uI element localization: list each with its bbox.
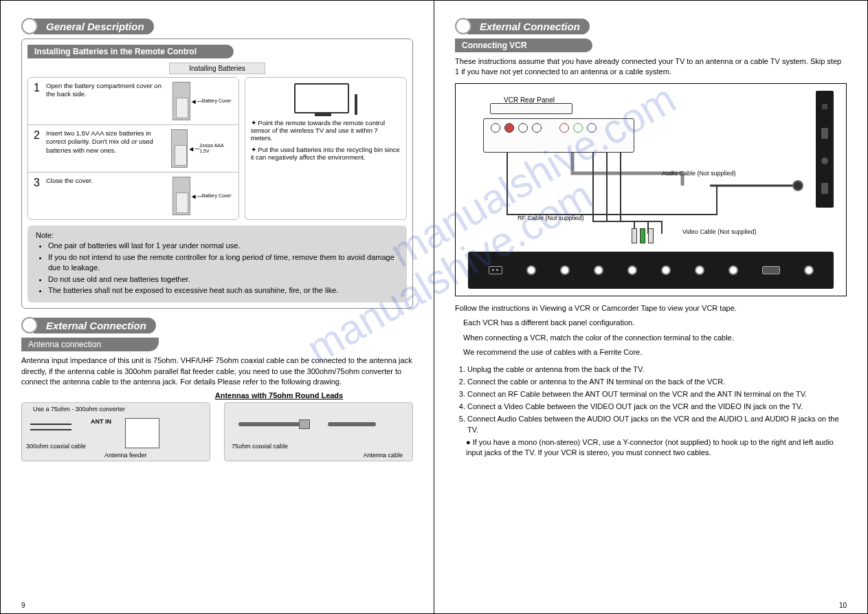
tip-text: ✦ Put the used batteries into the recycl…: [251, 146, 401, 161]
step-row: 3 Close the cover. ◄─ Battery Cover: [28, 173, 238, 219]
vcr-diagram: VCR Rear Panel: [455, 83, 847, 296]
step-item: Connect a Video Cable between the VIDEO …: [467, 402, 847, 413]
page-number: 9: [21, 602, 25, 609]
rf-plug-icon: [792, 180, 803, 191]
label: 300ohm coaxial cable: [26, 443, 86, 450]
step-text: Insert two 1.5V AAA size batteries in co…: [46, 129, 171, 155]
antenna-diagram-2: 75ohm coaxial cable Antenna cable: [224, 402, 413, 461]
plug-icon: [299, 419, 310, 429]
antenna-header: Antenna connection: [21, 338, 159, 351]
header-title: External Connection: [467, 19, 590, 34]
cable-icon: [328, 422, 376, 426]
follow-text: Follow the instructions in Viewing a VCR…: [455, 303, 847, 314]
caption: Battery Cover: [202, 193, 232, 199]
antenna-paragraph: Antenna input impedance of this unit is …: [21, 355, 413, 387]
step-text: Close the cover.: [46, 177, 171, 185]
cable-icon: [238, 422, 300, 426]
inner-label: Installing Batteries: [169, 63, 265, 74]
step-number: 1: [34, 82, 46, 94]
section-general-description: General Description: [21, 18, 413, 34]
step-number: 2: [34, 129, 46, 142]
page-spread: manualshive.com General Description Inst…: [0, 0, 868, 614]
label: ANT IN: [91, 418, 111, 425]
antenna-images: Use a 75ohm - 300ohm converter ANT IN 30…: [21, 402, 413, 461]
antenna-diagram-1: Use a 75ohm - 300ohm converter ANT IN 30…: [21, 402, 210, 461]
note-item: If you do not intend to use the remote c…: [48, 252, 399, 273]
remote-icon: [171, 129, 188, 168]
note-item: Do not use old and new batteries togethe…: [48, 274, 399, 285]
vcr-steps: Unplug the cable or antenna from the bac…: [455, 364, 847, 436]
sub-header-vcr: Connecting VCR: [455, 39, 592, 52]
batteries-box: Installing Batteries in the Remote Contr…: [21, 39, 413, 309]
header-circle-icon: [455, 18, 471, 34]
step-illustration: ◄─ Battery Cover: [171, 177, 233, 215]
step-row: 2 Insert two 1.5V AAA size batteries in …: [28, 125, 238, 173]
antenna-heading: Antennas with 75ohm Round Leads: [145, 391, 413, 399]
page-right: manualshive.com External Connection Conn…: [434, 1, 867, 613]
converter-icon: [125, 418, 159, 448]
page-number: 10: [839, 602, 847, 609]
section-external-connection: External Connection: [455, 18, 847, 34]
step-item: Connect the cable or antenna to the ANT …: [467, 377, 847, 388]
label: 75ohm coaxial cable: [232, 443, 288, 450]
tv-back-panel: [468, 252, 834, 289]
section-external-connection: External Connection: [21, 317, 413, 333]
step-number: 3: [34, 177, 46, 189]
follow-sub: Each VCR has a different back panel conf…: [455, 318, 847, 328]
caption: Battery Cover: [202, 98, 232, 104]
label: Antenna feeder: [104, 452, 147, 459]
note-box: Note: One pair of batteries will last fo…: [27, 226, 407, 303]
step-item: Unplug the cable or antenna from the bac…: [467, 364, 847, 375]
header-title: External Connection: [34, 318, 156, 333]
tips-box: ✦ Point the remote towards the remote co…: [245, 77, 407, 220]
step-text: Open the battery compartment cover on th…: [46, 82, 171, 99]
tv-side-panel: [816, 91, 834, 208]
remote-icon: [173, 82, 190, 120]
step-item: Connect Audio Cables between the AUDIO O…: [467, 414, 847, 436]
tv-illustration: [251, 83, 401, 115]
sub-header-batteries: Installing Batteries in the Remote Contr…: [27, 45, 234, 58]
audio-cable-label: Audio Cable (Not supplied): [662, 170, 736, 177]
label: Use a 75ohm - 300ohm converter: [33, 406, 125, 413]
label: Antenna cable: [363, 452, 403, 459]
caption: 2xsize AAA 1.5V: [199, 143, 232, 153]
battery-steps: 1 Open the battery compartment cover on …: [27, 77, 239, 220]
page-left: manualshive.com General Description Inst…: [1, 1, 434, 613]
step-illustration: ◄─ 2xsize AAA 1.5V: [171, 129, 233, 168]
note-item: The batteries shall not be exposed to ex…: [48, 285, 399, 296]
remote-icon: [173, 177, 190, 215]
video-cable-label: Video Cable (Not supplied): [682, 228, 756, 235]
step-row: 1 Open the battery compartment cover on …: [28, 78, 238, 125]
mono-note: If you have a mono (non-stereo) VCR, use…: [455, 437, 847, 459]
header-title: General Description: [34, 19, 154, 34]
note-item: One pair of batteries will last for 1 ye…: [48, 241, 399, 251]
rf-cable-label: RF Cable (Not supplied): [518, 215, 584, 221]
tv-icon: [294, 83, 349, 113]
vcr-intro: These instructions assume that you have …: [455, 56, 847, 78]
follow-sub: We recommend the use of cables with a Fe…: [455, 347, 847, 358]
header-circle-icon: [21, 18, 38, 34]
step-illustration: ◄─ Battery Cover: [171, 82, 233, 120]
vcr-top-icon: [490, 103, 572, 114]
note-title: Note:: [36, 231, 399, 239]
step-item: Connect an RF Cable between the ANT OUT …: [467, 389, 847, 400]
remote-small-icon: [355, 94, 357, 115]
tip-text: ✦ Point the remote towards the remote co…: [251, 119, 401, 142]
follow-sub: When connecting a VCR, match the color o…: [455, 333, 847, 343]
vcr-panel: [483, 118, 634, 153]
plug-group: [632, 228, 654, 243]
